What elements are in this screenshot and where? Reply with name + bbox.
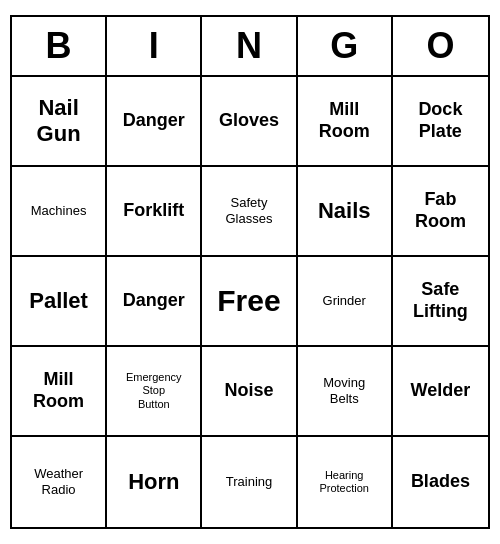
bingo-cell: HearingProtection — [298, 437, 393, 527]
bingo-cell: MillRoom — [298, 77, 393, 167]
cell-label: NailGun — [37, 95, 81, 148]
bingo-cell: Training — [202, 437, 297, 527]
bingo-card: BINGO NailGunDangerGlovesMillRoomDockPla… — [10, 15, 490, 529]
bingo-cell: SafetyGlasses — [202, 167, 297, 257]
cell-label: EmergencyStopButton — [126, 371, 182, 411]
header-letter: N — [202, 17, 297, 75]
bingo-cell: EmergencyStopButton — [107, 347, 202, 437]
bingo-grid: NailGunDangerGlovesMillRoomDockPlateMach… — [12, 77, 488, 527]
cell-label: Welder — [411, 380, 471, 402]
bingo-cell: DockPlate — [393, 77, 488, 167]
bingo-cell: Forklift — [107, 167, 202, 257]
cell-label: MovingBelts — [323, 375, 365, 406]
bingo-cell: Danger — [107, 257, 202, 347]
bingo-cell: MillRoom — [12, 347, 107, 437]
cell-label: SafetyGlasses — [226, 195, 273, 226]
bingo-cell: Welder — [393, 347, 488, 437]
cell-label: MillRoom — [319, 99, 370, 142]
bingo-cell: NailGun — [12, 77, 107, 167]
bingo-cell: MovingBelts — [298, 347, 393, 437]
cell-label: DockPlate — [418, 99, 462, 142]
cell-label: Noise — [224, 380, 273, 402]
bingo-cell: Free — [202, 257, 297, 347]
cell-label: FabRoom — [415, 189, 466, 232]
cell-label: Nails — [318, 198, 371, 224]
bingo-cell: FabRoom — [393, 167, 488, 257]
cell-label: Forklift — [123, 200, 184, 222]
bingo-cell: SafeLifting — [393, 257, 488, 347]
bingo-cell: Horn — [107, 437, 202, 527]
cell-label: Grinder — [323, 293, 366, 309]
bingo-cell: Grinder — [298, 257, 393, 347]
cell-label: Danger — [123, 110, 185, 132]
header-letter: G — [298, 17, 393, 75]
cell-label: SafeLifting — [413, 279, 468, 322]
bingo-cell: Gloves — [202, 77, 297, 167]
header-letter: O — [393, 17, 488, 75]
cell-label: Horn — [128, 469, 179, 495]
header-letter: I — [107, 17, 202, 75]
bingo-cell: Machines — [12, 167, 107, 257]
cell-label: Free — [217, 283, 280, 319]
bingo-cell: Noise — [202, 347, 297, 437]
cell-label: MillRoom — [33, 369, 84, 412]
cell-label: Gloves — [219, 110, 279, 132]
bingo-cell: Pallet — [12, 257, 107, 347]
bingo-cell: Nails — [298, 167, 393, 257]
bingo-cell: Blades — [393, 437, 488, 527]
cell-label: Training — [226, 474, 272, 490]
cell-label: HearingProtection — [319, 469, 369, 495]
bingo-header: BINGO — [12, 17, 488, 77]
cell-label: Machines — [31, 203, 87, 219]
cell-label: Blades — [411, 471, 470, 493]
cell-label: WeatherRadio — [34, 466, 83, 497]
bingo-cell: WeatherRadio — [12, 437, 107, 527]
header-letter: B — [12, 17, 107, 75]
bingo-cell: Danger — [107, 77, 202, 167]
cell-label: Danger — [123, 290, 185, 312]
cell-label: Pallet — [29, 288, 88, 314]
